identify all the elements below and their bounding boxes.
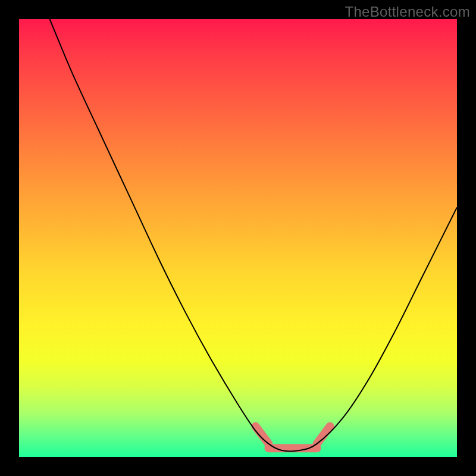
chart-frame: TheBottleneck.com: [0, 0, 476, 476]
chart-svg: [19, 19, 457, 457]
plot-area: [19, 19, 457, 457]
coral-highlight-right: [317, 427, 330, 444]
coral-highlight-left: [255, 427, 268, 444]
bottleneck-curve: [50, 19, 458, 451]
watermark-text: TheBottleneck.com: [345, 4, 470, 20]
